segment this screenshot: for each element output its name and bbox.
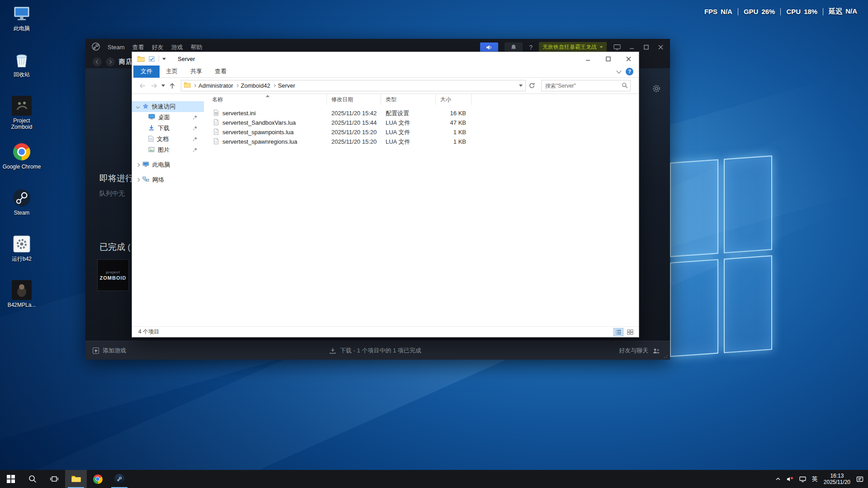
forward-button[interactable] (148, 80, 160, 92)
gpu-label: GPU (744, 8, 759, 15)
downloads-status-button[interactable]: 下载 - 1 个项目中的 1 项已完成 (330, 341, 421, 360)
sidebar-item-quick-access[interactable]: 快速访问 (132, 101, 204, 112)
tab-file[interactable]: 文件 (133, 66, 160, 78)
breadcrumb-administrator[interactable]: Administrator (198, 82, 233, 89)
start-button[interactable] (0, 470, 22, 488)
lua-file-icon (213, 128, 219, 136)
sidebar-item-downloads[interactable]: 下载 (132, 123, 204, 134)
tab-home[interactable]: 主页 (160, 66, 184, 78)
steam-menu-help[interactable]: 帮助 (191, 43, 203, 52)
big-picture-button[interactable] (613, 43, 621, 52)
steam-minimize-button[interactable] (627, 43, 636, 52)
steam-forward-button[interactable] (106, 57, 115, 66)
steam-close-button[interactable] (656, 43, 665, 52)
recent-locations-dropdown[interactable] (160, 80, 166, 92)
tray-display-icon[interactable] (799, 476, 806, 482)
breadcrumb-zomboid42[interactable]: Zomboid42 (241, 82, 270, 89)
taskbar-clock[interactable]: 16:13 2025/11/20 (824, 473, 850, 485)
desktop-icon-steam[interactable]: Steam (2, 188, 42, 228)
resize-grip[interactable] (664, 354, 668, 358)
action-center-icon[interactable] (856, 476, 863, 483)
steam-back-button[interactable] (93, 57, 102, 66)
ribbon-collapse-chevron[interactable] (616, 68, 621, 73)
documents-icon (148, 136, 154, 143)
fps-value: N/A (721, 8, 732, 15)
chevron-right-icon[interactable] (136, 178, 140, 182)
desktop-icon-run-b42[interactable]: 运行b42 (2, 234, 42, 274)
qat-properties-icon[interactable] (149, 56, 155, 62)
desktop-icon-label: Project Zomboid (2, 117, 41, 130)
sidebar-item-this-pc[interactable]: 此电脑 (132, 160, 204, 170)
search-icon[interactable] (622, 82, 628, 90)
desktop-icon-b42mp[interactable]: B42MPLa... (2, 280, 42, 320)
address-dropdown[interactable] (519, 84, 523, 87)
lua-file-icon (213, 138, 219, 146)
chevron-right-icon[interactable] (136, 163, 140, 167)
sidebar-item-documents[interactable]: 文档 (132, 134, 204, 145)
ime-language-indicator[interactable]: 英 (812, 475, 818, 483)
explorer-maximize-button[interactable] (598, 52, 618, 66)
file-row[interactable]: servertest_spawnregions.lua 2025/11/20 1… (204, 137, 639, 146)
refresh-button[interactable] (526, 80, 538, 92)
tray-volume-muted-icon[interactable] (787, 476, 793, 482)
taskbar-chrome-button[interactable] (87, 470, 108, 488)
desktop-icon-google-chrome[interactable]: Google Chrome (2, 142, 42, 182)
tab-share[interactable]: 共享 (184, 66, 208, 78)
breadcrumb-server[interactable]: Server (278, 82, 295, 89)
clock-date: 2025/11/20 (824, 479, 850, 485)
pin-icon (193, 114, 198, 121)
steam-tab-store[interactable]: 商店 (119, 58, 132, 66)
taskbar-search-button[interactable] (22, 470, 43, 488)
column-header-name[interactable]: 名称 (204, 94, 327, 105)
sidebar-item-desktop[interactable]: 桌面 (132, 112, 204, 123)
pin-icon (193, 125, 198, 132)
steam-menu-friends[interactable]: 好友 (152, 43, 164, 52)
column-header-size[interactable]: 大小 (436, 94, 472, 105)
task-view-button[interactable] (43, 470, 65, 488)
friends-chat-button[interactable]: 好友与聊天 (619, 341, 660, 360)
explorer-search-input[interactable] (541, 80, 631, 91)
fps-label: FPS (704, 8, 717, 15)
voice-chat-button[interactable] (480, 42, 498, 52)
steam-help-button[interactable]: ? (529, 44, 533, 51)
add-game-button[interactable]: 添加游戏 (93, 341, 126, 360)
explorer-titlebar[interactable]: Server (132, 52, 639, 66)
desktop-icon-recycle-bin[interactable]: 回收站 (2, 50, 42, 89)
steam-menu-steam[interactable]: Steam (108, 44, 125, 51)
tab-view[interactable]: 查看 (208, 66, 233, 78)
tray-expand-chevron[interactable] (775, 476, 781, 482)
help-icon[interactable] (626, 68, 633, 75)
desktop-icon-project-zomboid[interactable]: Project Zomboid (2, 96, 42, 136)
downloads-upcoming-title: 即将进行 (99, 173, 134, 184)
chevron-down-icon[interactable] (136, 105, 140, 108)
sidebar-item-pictures[interactable]: 图片 (132, 145, 204, 155)
qat-customize-dropdown[interactable] (162, 58, 166, 60)
icons-view-button[interactable] (625, 328, 635, 336)
back-button[interactable] (137, 80, 148, 92)
desktop-folder-icon (148, 114, 155, 121)
desktop-icon-this-pc[interactable]: 此电脑 (2, 4, 42, 43)
address-bar[interactable]: Administrator Zomboid42 Server (181, 80, 526, 91)
explorer-close-button[interactable] (618, 52, 639, 66)
steam-menu-games[interactable]: 游戏 (171, 43, 183, 52)
steam-account-menu[interactable]: 无敌铁血狂暴霸王龙战 (539, 42, 607, 52)
up-button[interactable] (166, 80, 178, 92)
pictures-icon (148, 147, 155, 154)
steam-maximize-button[interactable] (642, 43, 650, 52)
file-row[interactable]: servertest.ini 2025/11/20 15:42 配置设置 16 … (204, 108, 639, 118)
taskbar-steam-button[interactable] (108, 470, 130, 488)
details-view-button[interactable] (613, 328, 623, 336)
steam-menu-view[interactable]: 查看 (132, 43, 144, 52)
settings-gear-icon[interactable] (652, 84, 661, 95)
file-row[interactable]: servertest_SandboxVars.lua 2025/11/20 15… (204, 118, 639, 127)
notifications-bell-button[interactable] (505, 42, 523, 52)
column-header-date[interactable]: 修改日期 (327, 94, 381, 105)
project-zomboid-thumbnail[interactable]: project ZOMBOID (97, 259, 129, 291)
sidebar-item-network[interactable]: 网络 (132, 174, 204, 185)
file-row[interactable]: servertest_spawnpoints.lua 2025/11/20 15… (204, 127, 639, 137)
explorer-minimize-button[interactable] (578, 52, 598, 66)
column-header-type[interactable]: 类型 (381, 94, 436, 105)
taskbar-explorer-button[interactable] (65, 470, 87, 488)
desktop-icon-label: 此电脑 (14, 25, 30, 32)
steam-icon (12, 188, 32, 208)
